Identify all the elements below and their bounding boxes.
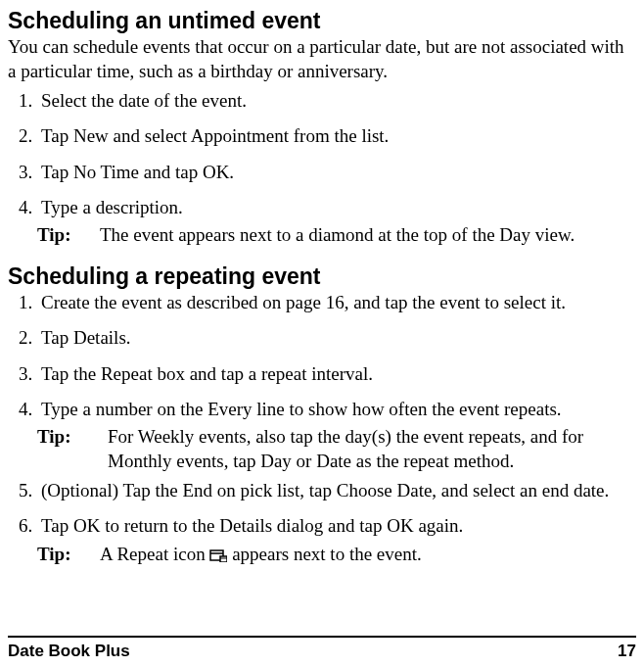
intro-untimed: You can schedule events that occur on a … xyxy=(8,35,636,83)
steps-untimed: Select the date of the event. Tap New an… xyxy=(8,89,636,219)
step-r2: Tap Details. xyxy=(37,326,636,350)
step-r5: (Optional) Tap the End on pick list, tap… xyxy=(37,479,636,502)
footer-page-number: 17 xyxy=(618,642,636,661)
heading-repeating: Scheduling a repeating event xyxy=(8,263,636,289)
tip2-before: A Repeat icon xyxy=(100,544,209,564)
step-r6: Tap OK to return to the Details dialog a… xyxy=(37,514,636,538)
heading-untimed: Scheduling an untimed event xyxy=(8,8,636,33)
tip-text: A Repeat icon appears next to the event. xyxy=(100,543,636,566)
step-1: Select the date of the event. xyxy=(37,89,636,113)
step-r3: Tap the Repeat box and tap a repeat inte… xyxy=(37,362,636,386)
tip-row-untimed: Tip: The event appears next to a diamond… xyxy=(37,223,636,247)
tip2-after: appears next to the event. xyxy=(232,544,422,564)
footer-section-name: Date Book Plus xyxy=(8,642,130,661)
svg-rect-2 xyxy=(220,556,227,562)
tip-label: Tip: xyxy=(37,223,80,247)
step-r4: Type a number on the Every line to show … xyxy=(37,398,636,421)
step-2: Tap New and select Appointment from the … xyxy=(37,124,636,148)
tip-row-repeating-1: Tip: For Weekly events, also tap the day… xyxy=(37,425,636,473)
section-repeating-event: Scheduling a repeating event Create the … xyxy=(8,263,636,566)
step-r1: Create the event as described on page 16… xyxy=(37,291,636,314)
tip-label: Tip: xyxy=(37,425,80,449)
tip-label: Tip: xyxy=(37,543,80,566)
repeat-icon xyxy=(209,548,227,562)
step-4: Type a description. xyxy=(37,196,636,219)
steps-repeating-a: Create the event as described on page 16… xyxy=(8,291,636,421)
tip-row-repeating-2: Tip: A Repeat icon appears next to the e… xyxy=(37,543,636,566)
steps-repeating-b: (Optional) Tap the End on pick list, tap… xyxy=(8,479,636,539)
tip-text: The event appears next to a diamond at t… xyxy=(100,223,636,247)
step-3: Tap No Time and tap OK. xyxy=(37,161,636,184)
page-footer: Date Book Plus 17 xyxy=(8,636,636,661)
section-untimed-event: Scheduling an untimed event You can sche… xyxy=(8,8,636,248)
tip-text: For Weekly events, also tap the day(s) t… xyxy=(100,425,636,473)
